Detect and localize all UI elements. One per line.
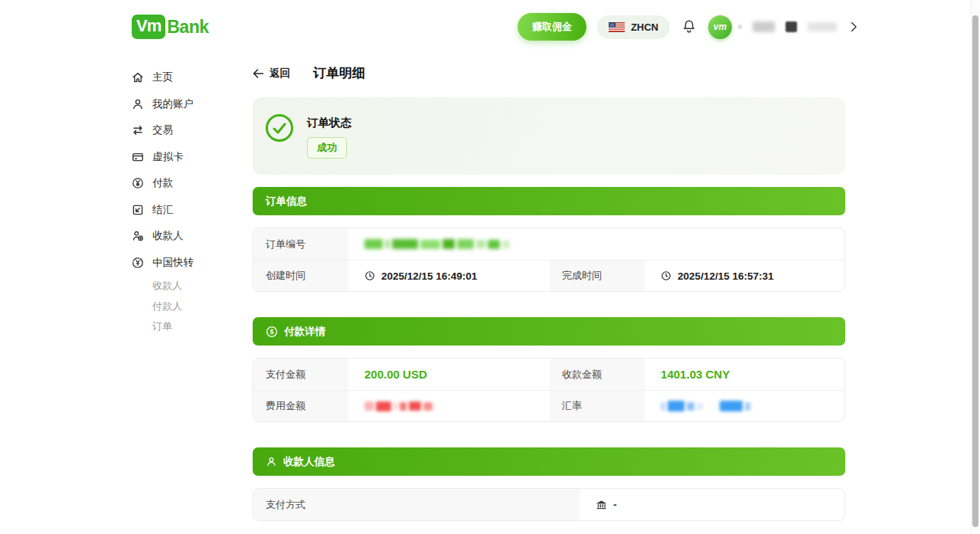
fee-amount-value <box>348 391 550 421</box>
chevron-right-icon[interactable] <box>851 21 858 32</box>
section-title: 订单信息 <box>266 195 307 208</box>
logo-badge: Vm <box>132 15 165 39</box>
order-number-value <box>348 228 844 260</box>
table-row: 创建时间 2025/12/15 16:49:01 完成时间 2025/12/15… <box>253 260 844 291</box>
pay-amount-label: 支付金额 <box>253 359 348 390</box>
notification-bell-icon[interactable] <box>681 18 697 35</box>
section-header-order-info: 订单信息 <box>253 187 845 215</box>
sidebar-item-transactions[interactable]: 交易 <box>132 117 253 144</box>
back-button[interactable]: 返回 <box>253 67 290 80</box>
svg-text:$: $ <box>270 328 273 336</box>
payee-person-icon <box>132 230 144 242</box>
scrollbar-track[interactable] <box>971 0 980 534</box>
home-icon <box>132 71 144 84</box>
table-row: 费用金额 汇率 <box>253 390 844 421</box>
page-head: 返回 订单明细 <box>253 64 845 82</box>
redacted-dot <box>738 25 742 29</box>
language-selector[interactable]: ZHCN <box>597 15 670 39</box>
sidebar-sub-label: 订单 <box>152 319 172 333</box>
section-header-payment-details: $ 付款详情 <box>253 317 845 346</box>
bank-icon <box>596 499 607 510</box>
created-time-value: 2025/12/15 16:49:01 <box>348 260 550 291</box>
app-logo[interactable]: Vm Bank <box>132 15 209 39</box>
sidebar-subitem-payee[interactable]: 收款人 <box>132 276 253 296</box>
back-arrow-icon <box>253 69 264 78</box>
sidebar-subitem-payer[interactable]: 付款人 <box>132 296 253 317</box>
sidebar-sub-label: 付款人 <box>152 300 182 313</box>
fee-amount-label: 费用金额 <box>253 391 348 421</box>
check-circle-icon <box>265 113 294 159</box>
sidebar-label: 结汇 <box>152 203 173 217</box>
completed-time-label: 完成时间 <box>550 260 645 291</box>
sidebar-sub-label: 收款人 <box>152 279 182 293</box>
clock-icon <box>661 270 671 281</box>
sidebar: 主页 我的账户 交易 虚拟卡 付款 <box>132 54 253 337</box>
sidebar-item-virtual-card[interactable]: 虚拟卡 <box>132 144 253 171</box>
sidebar-label: 交易 <box>152 123 173 137</box>
header-actions: 赚取佣金 ZHCN vm <box>518 13 858 41</box>
completed-time-value: 2025/12/15 16:57:31 <box>645 260 844 291</box>
sidebar-item-home[interactable]: 主页 <box>132 64 253 91</box>
pay-amount-value: 200.00 USD <box>348 359 550 390</box>
us-flag-icon <box>609 22 625 32</box>
sidebar-subitem-orders[interactable]: 订单 <box>132 316 253 337</box>
yen-coin-icon <box>132 177 144 189</box>
credit-card-icon <box>132 151 144 163</box>
section-title: 收款人信息 <box>283 455 335 469</box>
status-title: 订单状态 <box>307 116 351 130</box>
receive-amount-value: 1401.03 CNY <box>645 359 844 390</box>
sidebar-label: 我的账户 <box>152 97 194 111</box>
earn-commission-button[interactable]: 赚取佣金 <box>518 13 586 41</box>
exchange-rate-value <box>645 391 844 421</box>
logo-text: Bank <box>167 17 208 38</box>
language-label: ZHCN <box>631 21 658 33</box>
redacted-light-text <box>808 22 837 31</box>
sidebar-label: 付款 <box>152 176 173 190</box>
sidebar-label: 虚拟卡 <box>152 150 184 164</box>
status-texts: 订单状态 成功 <box>307 113 351 159</box>
settle-box-icon <box>132 204 144 216</box>
user-icon <box>132 98 144 110</box>
payment-details-table: 支付金额 200.00 USD 收款金额 1401.03 CNY 费用金额 <box>253 358 845 422</box>
yen-circle-icon <box>132 257 144 269</box>
redacted-fee-amount <box>364 401 433 411</box>
created-time-label: 创建时间 <box>253 260 348 291</box>
table-row: 支付金额 200.00 USD 收款金额 1401.03 CNY <box>253 359 844 390</box>
sidebar-item-settlement[interactable]: 结汇 <box>132 197 253 224</box>
scrollbar-thumb[interactable] <box>972 15 978 527</box>
exchange-rate-label: 汇率 <box>550 391 645 421</box>
sidebar-item-payment[interactable]: 付款 <box>132 170 253 197</box>
order-info-table: 订单编号 创建时间 <box>253 228 845 292</box>
transfer-arrows-icon <box>132 124 144 136</box>
clock-icon <box>364 270 375 281</box>
person-icon <box>266 456 277 467</box>
main-content: 返回 订单明细 订单状态 成功 订单信息 订单编号 <box>253 54 845 534</box>
sidebar-item-my-account[interactable]: 我的账户 <box>132 91 253 118</box>
pay-method-label: 支付方式 <box>253 489 580 520</box>
section-header-payee-info: 收款人信息 <box>253 447 845 476</box>
sidebar-label: 收款人 <box>152 229 184 243</box>
redacted-order-number <box>364 239 510 249</box>
section-title: 付款详情 <box>284 325 325 339</box>
page-title: 订单明细 <box>313 64 365 82</box>
avatar[interactable]: vm <box>708 15 732 39</box>
pay-method-value: - <box>580 489 844 520</box>
redacted-gray-box <box>753 21 775 32</box>
order-number-label: 订单编号 <box>253 228 348 260</box>
back-label: 返回 <box>270 67 290 80</box>
order-status-card: 订单状态 成功 <box>253 97 845 175</box>
sidebar-item-china-quick-transfer[interactable]: 中国快转 <box>132 250 253 277</box>
redacted-dark-box <box>786 21 797 32</box>
redacted-exchange-rate <box>661 401 750 411</box>
status-badge: 成功 <box>307 137 347 159</box>
payee-info-table: 支付方式 - <box>253 488 845 521</box>
sidebar-item-payee[interactable]: 收款人 <box>132 223 253 250</box>
table-row: 订单编号 <box>253 228 844 260</box>
sidebar-label: 主页 <box>152 70 173 84</box>
top-header: Vm Bank 赚取佣金 ZHCN vm <box>0 0 980 54</box>
sidebar-label: 中国快转 <box>152 256 194 270</box>
dollar-circle-icon: $ <box>266 326 278 338</box>
receive-amount-label: 收款金额 <box>550 359 645 390</box>
table-row: 支付方式 - <box>253 489 844 520</box>
